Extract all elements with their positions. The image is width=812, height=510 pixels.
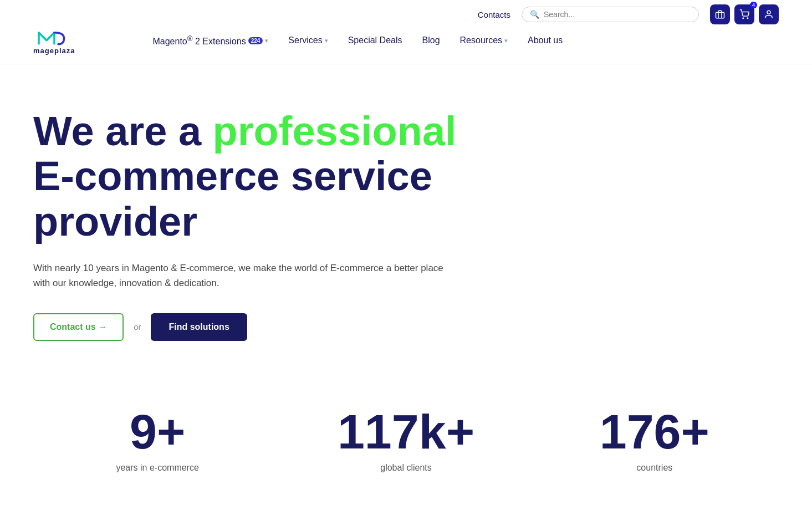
contact-us-button[interactable]: Contact us → bbox=[33, 313, 124, 341]
nav-links: Magento® 2 Extensions 224 ▾ Services ▾ S… bbox=[152, 34, 563, 47]
svg-point-2 bbox=[747, 18, 748, 19]
chevron-down-icon: ▾ bbox=[325, 37, 328, 44]
nav-item-services[interactable]: Services ▾ bbox=[288, 35, 328, 45]
nav-label-blog: Blog bbox=[422, 35, 440, 45]
extensions-badge: 224 bbox=[248, 37, 263, 44]
header-top: Contacts 🔍 4 bbox=[0, 0, 812, 27]
hero-section: We are a professional E-commerce service… bbox=[0, 64, 554, 374]
nav-label-extensions: Magento® 2 Extensions bbox=[152, 34, 246, 47]
search-bar: 🔍 bbox=[522, 7, 699, 22]
cart-badge: 4 bbox=[750, 2, 757, 8]
hero-title-suffix: E-commerce service provider bbox=[33, 153, 432, 244]
nav-item-blog[interactable]: Blog bbox=[422, 35, 440, 45]
hero-title: We are a professional E-commerce service… bbox=[33, 109, 521, 244]
nav-label-resources: Resources bbox=[460, 35, 502, 45]
nav-item-deals[interactable]: Special Deals bbox=[348, 35, 402, 45]
svg-rect-0 bbox=[716, 12, 724, 18]
user-icon-btn[interactable] bbox=[759, 4, 779, 24]
stat-clients-number: 117k+ bbox=[282, 407, 530, 456]
stat-years-number: 9+ bbox=[33, 407, 282, 456]
stat-clients: 117k+ global clients bbox=[282, 407, 530, 473]
header-icons: 4 bbox=[710, 4, 779, 24]
hero-title-prefix: We are a bbox=[33, 108, 213, 154]
navigation: mageplaza Magento® 2 Extensions 224 ▾ Se… bbox=[0, 27, 812, 64]
hero-buttons: Contact us → or Find solutions bbox=[33, 313, 521, 341]
nav-item-about[interactable]: About us bbox=[528, 35, 563, 45]
stat-countries: 176+ countries bbox=[530, 407, 779, 473]
chevron-down-icon: ▾ bbox=[265, 37, 268, 44]
nav-item-extensions[interactable]: Magento® 2 Extensions 224 ▾ bbox=[152, 34, 268, 47]
stat-years-label: years in e-commerce bbox=[33, 463, 282, 473]
hero-title-highlight: professional bbox=[213, 108, 457, 154]
stat-countries-label: countries bbox=[530, 463, 779, 473]
store-icon-btn[interactable] bbox=[710, 4, 730, 24]
stat-years: 9+ years in e-commerce bbox=[33, 407, 282, 473]
contacts-link[interactable]: Contacts bbox=[478, 10, 510, 19]
nav-label-deals: Special Deals bbox=[348, 35, 402, 45]
cart-icon-btn[interactable]: 4 bbox=[734, 4, 754, 24]
nav-label-about: About us bbox=[528, 35, 563, 45]
nav-label-services: Services bbox=[288, 35, 322, 45]
chevron-down-icon: ▾ bbox=[504, 37, 508, 44]
svg-point-1 bbox=[743, 18, 744, 19]
logo-svg bbox=[35, 27, 74, 49]
find-solutions-button[interactable]: Find solutions bbox=[151, 313, 247, 341]
nav-item-resources[interactable]: Resources ▾ bbox=[460, 35, 508, 45]
stat-countries-number: 176+ bbox=[530, 407, 779, 456]
hero-description: With nearly 10 years in Magento & E-comm… bbox=[33, 261, 454, 290]
logo-area: mageplaza bbox=[33, 27, 75, 55]
logo-text: mageplaza bbox=[33, 47, 75, 55]
stat-clients-label: global clients bbox=[282, 463, 530, 473]
svg-point-3 bbox=[767, 11, 770, 14]
stats-section: 9+ years in e-commerce 117k+ global clie… bbox=[0, 374, 812, 495]
search-input[interactable] bbox=[544, 10, 691, 19]
search-icon: 🔍 bbox=[530, 10, 539, 19]
or-label: or bbox=[134, 322, 141, 332]
